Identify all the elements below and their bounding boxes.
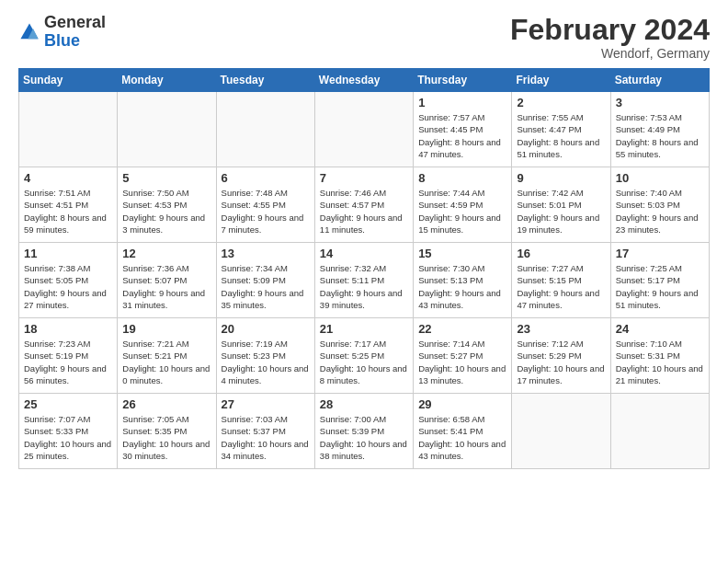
day-info: Sunrise: 7:55 AMSunset: 4:47 PMDaylight:… — [517, 111, 605, 160]
day-number: 28 — [320, 397, 408, 411]
calendar-cell: 11Sunrise: 7:38 AMSunset: 5:05 PMDayligh… — [19, 243, 118, 318]
day-info: Sunrise: 7:07 AMSunset: 5:33 PMDaylight:… — [24, 413, 112, 462]
calendar-cell: 8Sunrise: 7:44 AMSunset: 4:59 PMDaylight… — [414, 167, 512, 243]
day-number: 29 — [418, 397, 506, 411]
calendar-cell — [19, 92, 118, 167]
calendar-cell: 10Sunrise: 7:40 AMSunset: 5:03 PMDayligh… — [610, 167, 709, 243]
calendar-cell: 4Sunrise: 7:51 AMSunset: 4:51 PMDaylight… — [19, 167, 118, 243]
day-number: 12 — [122, 247, 210, 260]
calendar-cell: 5Sunrise: 7:50 AMSunset: 4:53 PMDaylight… — [118, 167, 216, 243]
day-number: 22 — [418, 322, 506, 336]
calendar-cell: 24Sunrise: 7:10 AMSunset: 5:31 PMDayligh… — [610, 318, 709, 394]
day-number: 14 — [320, 247, 408, 260]
calendar-table: Sunday Monday Tuesday Wednesday Thursday… — [18, 68, 710, 469]
header: General Blue February 2024 Wendorf, Germ… — [18, 14, 710, 61]
day-number: 16 — [517, 247, 605, 260]
calendar-cell: 28Sunrise: 7:00 AMSunset: 5:39 PMDayligh… — [314, 394, 413, 469]
logo-text: General Blue — [44, 14, 106, 51]
day-info: Sunrise: 7:50 AMSunset: 4:53 PMDaylight:… — [122, 187, 210, 236]
day-info: Sunrise: 7:14 AMSunset: 5:27 PMDaylight:… — [418, 338, 506, 386]
calendar-page: General Blue February 2024 Wendorf, Germ… — [0, 0, 728, 478]
calendar-cell — [610, 394, 709, 469]
day-info: Sunrise: 7:51 AMSunset: 4:51 PMDaylight:… — [24, 187, 112, 236]
col-sunday: Sunday — [19, 69, 118, 92]
day-info: Sunrise: 7:19 AMSunset: 5:23 PMDaylight:… — [222, 338, 310, 386]
day-info: Sunrise: 7:12 AMSunset: 5:29 PMDaylight:… — [517, 338, 605, 386]
col-saturday: Saturday — [610, 69, 709, 92]
calendar-week-2: 4Sunrise: 7:51 AMSunset: 4:51 PMDaylight… — [19, 167, 710, 243]
calendar-cell: 19Sunrise: 7:21 AMSunset: 5:21 PMDayligh… — [118, 318, 216, 394]
day-info: Sunrise: 7:00 AMSunset: 5:39 PMDaylight:… — [320, 413, 408, 462]
col-monday: Monday — [118, 69, 216, 92]
day-number: 13 — [222, 247, 310, 260]
day-number: 4 — [24, 171, 112, 185]
day-number: 10 — [616, 171, 704, 185]
calendar-cell — [216, 92, 314, 167]
calendar-title: February 2024 — [510, 14, 710, 46]
day-info: Sunrise: 7:17 AMSunset: 5:25 PMDaylight:… — [320, 338, 408, 386]
calendar-cell: 1Sunrise: 7:57 AMSunset: 4:45 PMDaylight… — [414, 92, 512, 167]
day-info: Sunrise: 7:23 AMSunset: 5:19 PMDaylight:… — [24, 338, 112, 386]
calendar-cell: 16Sunrise: 7:27 AMSunset: 5:15 PMDayligh… — [512, 243, 610, 318]
day-number: 26 — [122, 397, 210, 411]
day-number: 9 — [517, 171, 605, 185]
day-info: Sunrise: 7:30 AMSunset: 5:13 PMDaylight:… — [418, 262, 506, 311]
day-info: Sunrise: 7:40 AMSunset: 5:03 PMDaylight:… — [616, 187, 704, 236]
calendar-cell: 21Sunrise: 7:17 AMSunset: 5:25 PMDayligh… — [314, 318, 413, 394]
day-info: Sunrise: 7:36 AMSunset: 5:07 PMDaylight:… — [122, 262, 210, 311]
day-info: Sunrise: 7:05 AMSunset: 5:35 PMDaylight:… — [122, 413, 210, 462]
col-thursday: Thursday — [414, 69, 512, 92]
day-info: Sunrise: 7:44 AMSunset: 4:59 PMDaylight:… — [418, 187, 506, 236]
day-number: 21 — [320, 322, 408, 336]
day-number: 15 — [418, 247, 506, 260]
calendar-cell: 15Sunrise: 7:30 AMSunset: 5:13 PMDayligh… — [414, 243, 512, 318]
calendar-cell: 26Sunrise: 7:05 AMSunset: 5:35 PMDayligh… — [118, 394, 216, 469]
day-number: 19 — [122, 322, 210, 336]
calendar-cell: 27Sunrise: 7:03 AMSunset: 5:37 PMDayligh… — [216, 394, 314, 469]
day-number: 20 — [222, 322, 310, 336]
calendar-cell — [512, 394, 610, 469]
calendar-cell: 14Sunrise: 7:32 AMSunset: 5:11 PMDayligh… — [314, 243, 413, 318]
calendar-week-1: 1Sunrise: 7:57 AMSunset: 4:45 PMDaylight… — [19, 92, 710, 167]
day-info: Sunrise: 7:03 AMSunset: 5:37 PMDaylight:… — [222, 413, 310, 462]
day-info: Sunrise: 7:48 AMSunset: 4:55 PMDaylight:… — [222, 187, 310, 236]
day-number: 7 — [320, 171, 408, 185]
calendar-cell: 23Sunrise: 7:12 AMSunset: 5:29 PMDayligh… — [512, 318, 610, 394]
calendar-cell: 25Sunrise: 7:07 AMSunset: 5:33 PMDayligh… — [19, 394, 118, 469]
day-info: Sunrise: 7:25 AMSunset: 5:17 PMDaylight:… — [616, 262, 704, 311]
calendar-week-3: 11Sunrise: 7:38 AMSunset: 5:05 PMDayligh… — [19, 243, 710, 318]
calendar-cell: 3Sunrise: 7:53 AMSunset: 4:49 PMDaylight… — [610, 92, 709, 167]
calendar-cell: 9Sunrise: 7:42 AMSunset: 5:01 PMDaylight… — [512, 167, 610, 243]
day-number: 27 — [222, 397, 310, 411]
calendar-week-5: 25Sunrise: 7:07 AMSunset: 5:33 PMDayligh… — [19, 394, 710, 469]
day-number: 23 — [517, 322, 605, 336]
day-info: Sunrise: 7:32 AMSunset: 5:11 PMDaylight:… — [320, 262, 408, 311]
calendar-cell: 7Sunrise: 7:46 AMSunset: 4:57 PMDaylight… — [314, 167, 413, 243]
day-number: 5 — [122, 171, 210, 185]
calendar-cell: 22Sunrise: 7:14 AMSunset: 5:27 PMDayligh… — [414, 318, 512, 394]
calendar-cell: 13Sunrise: 7:34 AMSunset: 5:09 PMDayligh… — [216, 243, 314, 318]
calendar-cell: 12Sunrise: 7:36 AMSunset: 5:07 PMDayligh… — [118, 243, 216, 318]
logo: General Blue — [18, 14, 106, 51]
day-number: 1 — [418, 96, 506, 109]
calendar-cell — [314, 92, 413, 167]
day-number: 11 — [24, 247, 112, 260]
day-number: 17 — [616, 247, 704, 260]
col-tuesday: Tuesday — [216, 69, 314, 92]
logo-icon — [18, 21, 40, 43]
day-info: Sunrise: 7:10 AMSunset: 5:31 PMDaylight:… — [616, 338, 704, 386]
day-info: Sunrise: 7:27 AMSunset: 5:15 PMDaylight:… — [517, 262, 605, 311]
day-number: 18 — [24, 322, 112, 336]
calendar-cell: 17Sunrise: 7:25 AMSunset: 5:17 PMDayligh… — [610, 243, 709, 318]
calendar-cell — [118, 92, 216, 167]
day-number: 6 — [222, 171, 310, 185]
calendar-cell: 29Sunrise: 6:58 AMSunset: 5:41 PMDayligh… — [414, 394, 512, 469]
calendar-cell: 20Sunrise: 7:19 AMSunset: 5:23 PMDayligh… — [216, 318, 314, 394]
calendar-cell: 6Sunrise: 7:48 AMSunset: 4:55 PMDaylight… — [216, 167, 314, 243]
calendar-cell: 2Sunrise: 7:55 AMSunset: 4:47 PMDaylight… — [512, 92, 610, 167]
day-number: 24 — [616, 322, 704, 336]
day-info: Sunrise: 7:21 AMSunset: 5:21 PMDaylight:… — [122, 338, 210, 386]
day-number: 25 — [24, 397, 112, 411]
title-area: February 2024 Wendorf, Germany — [510, 14, 710, 61]
day-info: Sunrise: 7:42 AMSunset: 5:01 PMDaylight:… — [517, 187, 605, 236]
